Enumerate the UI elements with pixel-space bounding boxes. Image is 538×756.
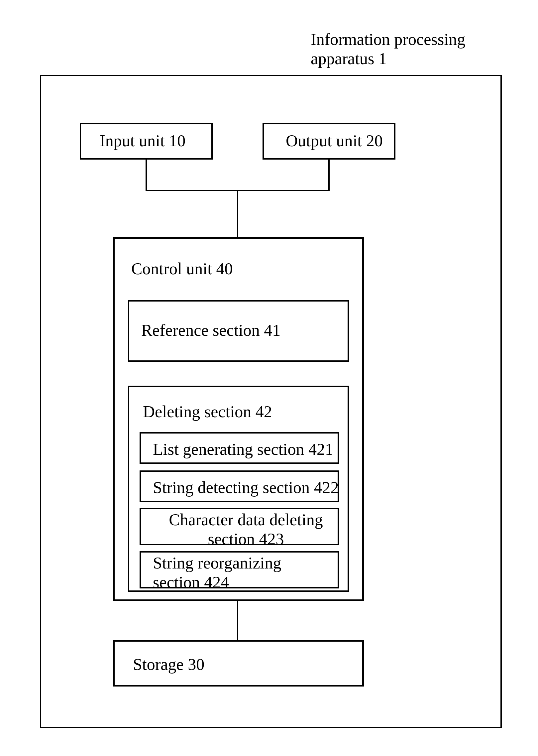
connector-control-to-storage <box>237 601 238 640</box>
reference-section-label: Reference section 41 <box>141 321 280 340</box>
character-data-deleting-section-label: Character data deleting section 423 <box>160 510 332 549</box>
connector-input-down <box>146 160 147 191</box>
string-detecting-section-label: String detecting section 422 <box>153 478 339 497</box>
string-reorganizing-section-label: String reorganizing section 424 <box>153 554 332 592</box>
list-generating-section-label: List generating section 421 <box>153 440 333 459</box>
output-unit-label: Output unit 20 <box>286 131 383 151</box>
input-unit-label: Input unit 10 <box>100 131 185 151</box>
storage-label: Storage 30 <box>133 655 204 674</box>
connector-output-down <box>328 160 330 191</box>
deleting-section-label: Deleting section 42 <box>143 402 272 422</box>
diagram-canvas: Information processing apparatus 1 Input… <box>0 0 538 756</box>
connector-bus-to-control <box>237 190 238 237</box>
control-unit-label: Control unit 40 <box>131 259 233 279</box>
diagram-title: Information processing apparatus 1 <box>311 30 517 68</box>
